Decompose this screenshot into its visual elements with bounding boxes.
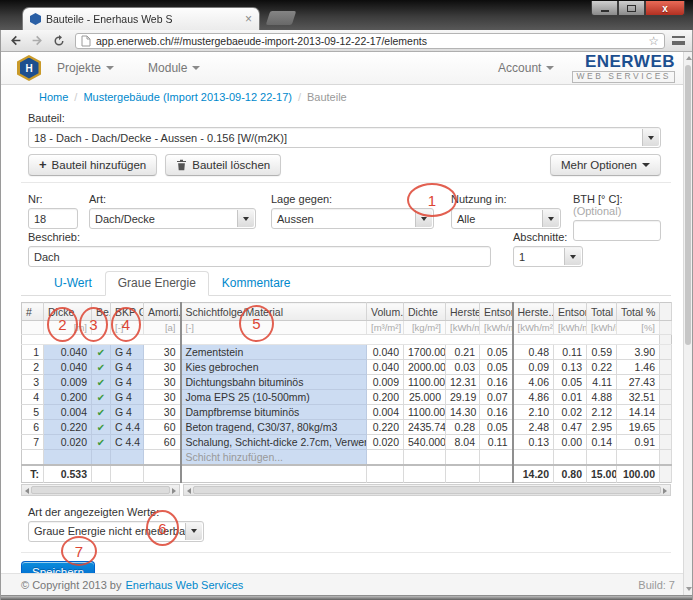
cell-nr[interactable]: 4	[22, 390, 44, 405]
cell-material[interactable]: Kies gebrochen	[181, 360, 367, 375]
cell-bkp[interactable]: G 4	[111, 375, 144, 390]
cell-pad[interactable]	[660, 375, 672, 390]
breadcrumb-project-link[interactable]: Mustergebäude (Import 2013-09-12 22-17)	[83, 91, 292, 103]
cell-volumen[interactable]: 0.200	[367, 390, 404, 405]
table-row[interactable]: 70.020✔C 4.460Schalung, Schicht-dicke 2.…	[22, 435, 672, 450]
cell-herstellung[interactable]: 0.21	[446, 345, 480, 360]
cell-amortisation[interactable]: 30	[144, 360, 181, 375]
page-scrollbar[interactable]	[683, 52, 692, 595]
cell-herstellung[interactable]: 0.03	[446, 360, 480, 375]
cell-dichte[interactable]: 540.000	[404, 435, 446, 450]
cell-material[interactable]: Dampfbremse bituminös	[181, 405, 367, 420]
col-entsorgung_a[interactable]: Entsor...	[554, 303, 587, 321]
table-row[interactable]: 30.009✔G 430Dichtungsbahn bituminös0.009…	[22, 375, 672, 390]
cell-amortisation[interactable]: 30	[144, 405, 181, 420]
bauteil-select[interactable]: 18 - Dach - Dach/Decke - Aussen - 0.156 …	[28, 127, 661, 148]
cell-material[interactable]: Beton tragend, C30/37, 80kg/m3	[181, 420, 367, 435]
cell-berechnen[interactable]: ✔	[92, 375, 111, 390]
bauteil-delete-button[interactable]: Bauteil löschen	[165, 154, 281, 176]
back-button[interactable]	[6, 32, 24, 50]
cell-total_pct[interactable]: 3.90	[617, 345, 660, 360]
col-berechnen[interactable]: Be...	[92, 303, 111, 321]
cell-dicke[interactable]: 0.020	[44, 435, 92, 450]
cell-herstellung[interactable]	[446, 450, 480, 466]
cell-total_pct[interactable]: 14.14	[617, 405, 660, 420]
cell-nr[interactable]: 6	[22, 420, 44, 435]
url-bar[interactable]: app.enerweb.ch/#/mustergebaeude-import-2…	[75, 33, 665, 49]
nav-module[interactable]: Module	[148, 61, 200, 75]
grid-scrollbar-right[interactable]	[183, 484, 671, 496]
cell-material[interactable]: Dichtungsbahn bituminös	[181, 375, 367, 390]
cell-dichte[interactable]: 1100.000	[404, 405, 446, 420]
bookmark-star-icon[interactable]: ☆	[648, 35, 659, 47]
tab-u-wert[interactable]: U-Wert	[41, 271, 105, 296]
breadcrumb-home-link[interactable]: Home	[39, 91, 68, 103]
cell-material[interactable]: Schalung, Schicht-dicke 2.7cm, Verwendun…	[181, 435, 367, 450]
cell-nr[interactable]: 1	[22, 345, 44, 360]
cell-dicke[interactable]: 0.200	[44, 390, 92, 405]
col-entsorgung[interactable]: Entsor...	[480, 303, 513, 321]
cell-volumen[interactable]	[367, 450, 404, 466]
cell-bkp[interactable]: G 4	[111, 390, 144, 405]
cell-berechnen[interactable]: ✔	[92, 390, 111, 405]
cell-entsorgung[interactable]: 0.16	[480, 405, 513, 420]
cell-berechnen[interactable]: ✔	[92, 420, 111, 435]
nr-input[interactable]: 18	[28, 208, 78, 229]
cell-material[interactable]: Zementstein	[181, 345, 367, 360]
cell-entsorgung[interactable]: 0.05	[480, 360, 513, 375]
cell-total_pct[interactable]: 27.43	[617, 375, 660, 390]
cell-herstellung[interactable]: 0.28	[446, 420, 480, 435]
col-herstellung_a[interactable]: Herste...	[513, 303, 554, 321]
cell-berechnen[interactable]: ✔	[92, 435, 111, 450]
cell-pad[interactable]	[660, 450, 672, 466]
cell-bkp[interactable]: C 4.4	[111, 420, 144, 435]
browser-menu-icon[interactable]	[672, 36, 685, 45]
cell-herstellung[interactable]: 29.19	[446, 390, 480, 405]
add-layer-row[interactable]: Schicht hinzufügen...	[22, 450, 672, 466]
dropdown-button[interactable]	[237, 210, 254, 227]
dropdown-button[interactable]	[564, 248, 581, 265]
close-button[interactable]: x	[645, 1, 685, 16]
cell-entsorgung[interactable]: 0.05	[480, 345, 513, 360]
cell-dicke[interactable]: 0.004	[44, 405, 92, 420]
cell-herstellung[interactable]: 8.04	[446, 435, 480, 450]
col-total[interactable]: Total	[587, 303, 617, 321]
cell-total_pct[interactable]: 1.46	[617, 360, 660, 375]
cell-dicke[interactable]: 0.040	[44, 360, 92, 375]
cell-nr[interactable]	[22, 450, 44, 466]
cell-material[interactable]: Schicht hinzufügen...	[181, 450, 367, 466]
nutzung-select[interactable]: Alle	[451, 208, 561, 229]
cell-pad[interactable]	[660, 435, 672, 450]
cell-herstellung_a[interactable]: 0.48	[513, 345, 554, 360]
cell-berechnen[interactable]: ✔	[92, 360, 111, 375]
cell-dichte[interactable]: 25.000	[404, 390, 446, 405]
cell-total[interactable]	[587, 450, 617, 466]
cell-entsorgung_a[interactable]: 0.13	[554, 360, 587, 375]
cell-amortisation[interactable]	[144, 450, 181, 466]
cell-amortisation[interactable]: 30	[144, 390, 181, 405]
cell-total_pct[interactable]: 32.51	[617, 390, 660, 405]
table-row[interactable]: 20.040✔G 430Kies gebrochen0.0402000.0000…	[22, 360, 672, 375]
cell-berechnen[interactable]: ✔	[92, 405, 111, 420]
cell-nr[interactable]: 3	[22, 375, 44, 390]
enerhaus-link[interactable]: Enerhaus Web Services	[125, 579, 243, 591]
cell-dicke[interactable]	[44, 450, 92, 466]
dropdown-button[interactable]	[185, 523, 202, 540]
cell-volumen[interactable]: 0.009	[367, 375, 404, 390]
cell-nr[interactable]: 2	[22, 360, 44, 375]
enerhaus-logo-icon[interactable]: H	[17, 55, 41, 81]
lage-select[interactable]: Aussen	[271, 208, 434, 229]
cell-herstellung_a[interactable]: 2.10	[513, 405, 554, 420]
minimize-button[interactable]	[591, 1, 618, 16]
cell-entsorgung_a[interactable]	[554, 450, 587, 466]
cell-entsorgung[interactable]: 0.11	[480, 435, 513, 450]
cell-dicke[interactable]: 0.040	[44, 345, 92, 360]
beschrieb-input[interactable]: Dach	[28, 246, 491, 267]
cell-dichte[interactable]: 1700.000	[404, 345, 446, 360]
bauteil-add-button[interactable]: + Bauteil hinzufügen	[28, 154, 157, 176]
table-row[interactable]: 10.040✔G 430Zementstein0.0401700.0000.21…	[22, 345, 672, 360]
cell-dichte[interactable]: 2435.745	[404, 420, 446, 435]
cell-bkp[interactable]	[111, 450, 144, 466]
cell-bkp[interactable]: C 4.4	[111, 435, 144, 450]
cell-herstellung[interactable]: 12.31	[446, 375, 480, 390]
